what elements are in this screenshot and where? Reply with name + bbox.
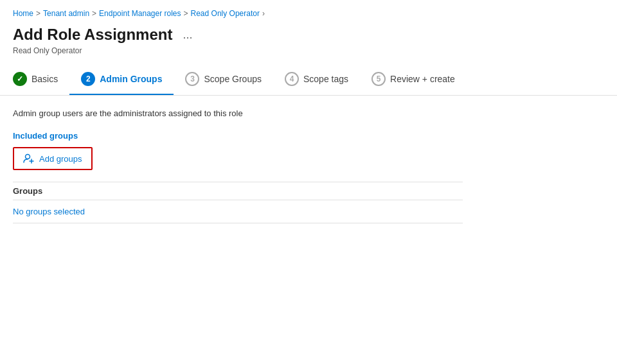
tab-review-create-label: Review + create [390,74,455,84]
tab-circle-scope-tags: 4 [285,72,299,86]
checkmark-icon: ✓ [17,74,23,83]
tab-circle-review-create: 5 [371,72,386,86]
tab-step-scope-groups: 3 [190,74,195,83]
tab-admin-groups[interactable]: 2 Admin Groups [69,65,174,95]
empty-groups-message: No groups selected [13,200,463,223]
tab-admin-groups-label: Admin Groups [100,74,162,84]
user-add-svg-icon [23,153,35,164]
tab-review-create[interactable]: 5 Review + create [360,65,467,95]
tab-scope-groups-label: Scope Groups [204,74,262,84]
tab-basics-label: Basics [31,74,58,84]
tab-scope-tags[interactable]: 4 Scope tags [273,65,360,95]
page-header: Add Role Assignment ... [0,22,617,46]
breadcrumb: Home > Tenant admin > Endpoint Manager r… [0,0,617,22]
breadcrumb-endpoint-manager-roles[interactable]: Endpoint Manager roles [99,9,181,18]
included-groups-label: Included groups [13,131,604,141]
tab-circle-basics: ✓ [13,72,27,86]
tab-circle-scope-groups: 3 [185,72,199,86]
groups-column-header: Groups [13,182,463,200]
tab-basics[interactable]: ✓ Basics [13,65,69,95]
table-row-empty: No groups selected [13,200,463,223]
page-title: Add Role Assignment [13,26,172,44]
tab-circle-admin-groups: 2 [81,72,95,86]
breadcrumb-read-only-operator[interactable]: Read Only Operator [191,9,260,18]
breadcrumb-tenant-admin[interactable]: Tenant admin [43,9,89,18]
groups-table: Groups No groups selected [13,182,463,223]
add-groups-label: Add groups [39,154,82,164]
tab-step-scope-tags: 4 [290,74,294,83]
add-groups-button[interactable]: Add groups [13,147,93,170]
page-subtitle: Read Only Operator [0,46,617,65]
content-area: Admin group users are the administrators… [0,96,617,236]
description-text: Admin group users are the administrators… [13,108,604,118]
breadcrumb-sep-1: > [36,9,40,18]
tab-step-review-create: 5 [377,74,381,83]
user-add-icon [23,153,35,164]
breadcrumb-sep-4: › [262,9,265,18]
tab-scope-tags-label: Scope tags [303,74,348,84]
svg-point-0 [26,155,30,159]
breadcrumb-sep-3: > [184,9,188,18]
breadcrumb-sep-2: > [92,9,96,18]
tab-scope-groups[interactable]: 3 Scope Groups [174,65,273,95]
tab-step-admin-groups: 2 [86,74,91,83]
breadcrumb-home[interactable]: Home [13,9,33,18]
more-options-button[interactable]: ... [179,27,196,43]
wizard-tabs: ✓ Basics 2 Admin Groups 3 Scope Groups 4… [0,65,617,96]
